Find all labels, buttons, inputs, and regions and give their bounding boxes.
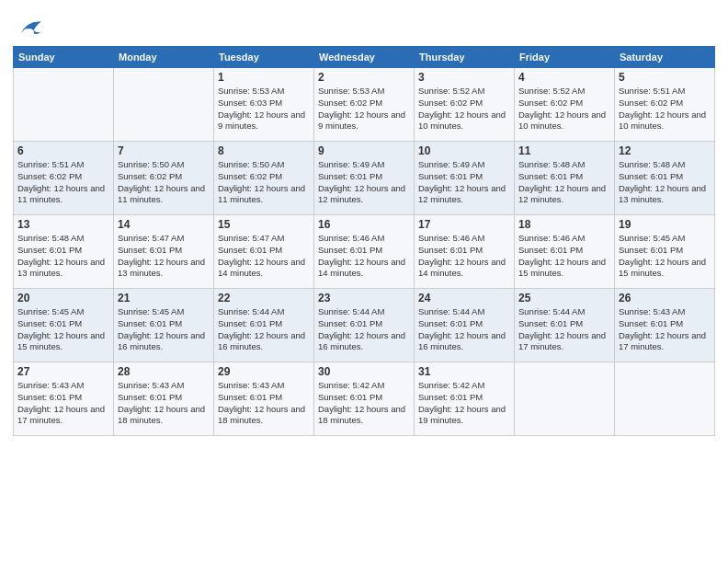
day-number: 18 <box>518 218 610 231</box>
day-number: 12 <box>619 144 711 157</box>
day-info: Sunrise: 5:53 AMSunset: 6:02 PMDaylight:… <box>318 86 410 132</box>
logo <box>13 13 44 42</box>
day-number: 24 <box>418 292 510 304</box>
day-number: 26 <box>619 292 711 304</box>
calendar-cell <box>114 68 214 142</box>
day-info: Sunrise: 5:46 AMSunset: 6:01 PMDaylight:… <box>318 233 410 280</box>
calendar-cell: 19Sunrise: 5:45 AMSunset: 6:01 PMDayligh… <box>615 215 715 289</box>
day-number: 28 <box>118 365 210 378</box>
day-number: 1 <box>218 71 310 84</box>
calendar-cell: 1Sunrise: 5:53 AMSunset: 6:03 PMDaylight… <box>214 68 314 142</box>
day-info: Sunrise: 5:47 AMSunset: 6:01 PMDaylight:… <box>218 233 310 280</box>
calendar-cell: 13Sunrise: 5:48 AMSunset: 6:01 PMDayligh… <box>14 215 114 289</box>
calendar-week-4: 20Sunrise: 5:45 AMSunset: 6:01 PMDayligh… <box>14 289 715 362</box>
weekday-header-tuesday: Tuesday <box>214 47 314 68</box>
calendar-cell: 12Sunrise: 5:48 AMSunset: 6:01 PMDayligh… <box>615 142 715 215</box>
calendar-cell: 22Sunrise: 5:44 AMSunset: 6:01 PMDayligh… <box>214 289 314 362</box>
day-info: Sunrise: 5:46 AMSunset: 6:01 PMDaylight:… <box>418 233 510 280</box>
day-info: Sunrise: 5:47 AMSunset: 6:01 PMDaylight:… <box>118 233 210 280</box>
weekday-header-saturday: Saturday <box>615 47 715 68</box>
day-number: 10 <box>418 144 510 157</box>
day-info: Sunrise: 5:43 AMSunset: 6:01 PMDaylight:… <box>118 380 210 427</box>
calendar-week-3: 13Sunrise: 5:48 AMSunset: 6:01 PMDayligh… <box>14 215 715 289</box>
calendar-header-row: SundayMondayTuesdayWednesdayThursdayFrid… <box>14 47 715 68</box>
calendar-cell: 29Sunrise: 5:43 AMSunset: 6:01 PMDayligh… <box>214 362 314 436</box>
day-number: 6 <box>17 144 109 157</box>
day-info: Sunrise: 5:45 AMSunset: 6:01 PMDaylight:… <box>118 306 210 353</box>
day-number: 22 <box>218 292 310 304</box>
day-info: Sunrise: 5:53 AMSunset: 6:03 PMDaylight:… <box>218 86 310 132</box>
day-number: 29 <box>218 365 310 378</box>
day-number: 21 <box>118 292 210 304</box>
day-info: Sunrise: 5:44 AMSunset: 6:01 PMDaylight:… <box>518 306 610 353</box>
day-info: Sunrise: 5:49 AMSunset: 6:01 PMDaylight:… <box>418 159 510 206</box>
weekday-header-wednesday: Wednesday <box>314 47 415 68</box>
calendar-cell: 10Sunrise: 5:49 AMSunset: 6:01 PMDayligh… <box>415 142 515 215</box>
day-number: 5 <box>619 71 711 84</box>
day-number: 31 <box>418 365 510 378</box>
page-container: SundayMondayTuesdayWednesdayThursdayFrid… <box>0 0 728 449</box>
calendar-cell: 20Sunrise: 5:45 AMSunset: 6:01 PMDayligh… <box>14 289 114 362</box>
calendar-cell: 23Sunrise: 5:44 AMSunset: 6:01 PMDayligh… <box>314 289 415 362</box>
day-number: 13 <box>17 218 109 231</box>
calendar-cell: 21Sunrise: 5:45 AMSunset: 6:01 PMDayligh… <box>114 289 214 362</box>
weekday-header-friday: Friday <box>515 47 615 68</box>
day-number: 9 <box>318 144 410 157</box>
day-info: Sunrise: 5:50 AMSunset: 6:02 PMDaylight:… <box>218 159 310 206</box>
calendar-table: SundayMondayTuesdayWednesdayThursdayFrid… <box>13 46 715 436</box>
calendar-cell: 17Sunrise: 5:46 AMSunset: 6:01 PMDayligh… <box>415 215 515 289</box>
day-number: 25 <box>518 292 610 304</box>
day-info: Sunrise: 5:52 AMSunset: 6:02 PMDaylight:… <box>518 86 610 132</box>
day-number: 15 <box>218 218 310 231</box>
calendar-cell: 4Sunrise: 5:52 AMSunset: 6:02 PMDaylight… <box>515 68 615 142</box>
calendar-cell: 30Sunrise: 5:42 AMSunset: 6:01 PMDayligh… <box>314 362 415 436</box>
day-number: 14 <box>118 218 210 231</box>
day-number: 2 <box>318 71 410 84</box>
day-info: Sunrise: 5:51 AMSunset: 6:02 PMDaylight:… <box>619 86 711 132</box>
day-number: 17 <box>418 218 510 231</box>
logo-bird-icon <box>15 13 44 42</box>
calendar-cell: 5Sunrise: 5:51 AMSunset: 6:02 PMDaylight… <box>615 68 715 142</box>
day-number: 27 <box>17 365 109 378</box>
day-info: Sunrise: 5:44 AMSunset: 6:01 PMDaylight:… <box>218 306 310 353</box>
calendar-week-1: 1Sunrise: 5:53 AMSunset: 6:03 PMDaylight… <box>14 68 715 142</box>
calendar-cell: 7Sunrise: 5:50 AMSunset: 6:02 PMDaylight… <box>114 142 214 215</box>
calendar-cell: 3Sunrise: 5:52 AMSunset: 6:02 PMDaylight… <box>415 68 515 142</box>
calendar-cell: 11Sunrise: 5:48 AMSunset: 6:01 PMDayligh… <box>515 142 615 215</box>
day-info: Sunrise: 5:43 AMSunset: 6:01 PMDaylight:… <box>17 380 109 427</box>
day-info: Sunrise: 5:44 AMSunset: 6:01 PMDaylight:… <box>318 306 410 353</box>
day-info: Sunrise: 5:51 AMSunset: 6:02 PMDaylight:… <box>17 159 109 206</box>
calendar-cell <box>515 362 615 436</box>
day-info: Sunrise: 5:48 AMSunset: 6:01 PMDaylight:… <box>518 159 610 206</box>
calendar-cell: 15Sunrise: 5:47 AMSunset: 6:01 PMDayligh… <box>214 215 314 289</box>
day-number: 8 <box>218 144 310 157</box>
day-info: Sunrise: 5:45 AMSunset: 6:01 PMDaylight:… <box>17 306 109 353</box>
calendar-cell <box>615 362 715 436</box>
day-info: Sunrise: 5:52 AMSunset: 6:02 PMDaylight:… <box>418 86 510 132</box>
calendar-cell: 18Sunrise: 5:46 AMSunset: 6:01 PMDayligh… <box>515 215 615 289</box>
calendar-week-2: 6Sunrise: 5:51 AMSunset: 6:02 PMDaylight… <box>14 142 715 215</box>
day-info: Sunrise: 5:48 AMSunset: 6:01 PMDaylight:… <box>619 159 711 206</box>
day-info: Sunrise: 5:43 AMSunset: 6:01 PMDaylight:… <box>619 306 711 353</box>
weekday-header-sunday: Sunday <box>14 47 114 68</box>
day-number: 7 <box>118 144 210 157</box>
calendar-cell: 2Sunrise: 5:53 AMSunset: 6:02 PMDaylight… <box>314 68 415 142</box>
header <box>13 9 715 42</box>
day-info: Sunrise: 5:45 AMSunset: 6:01 PMDaylight:… <box>619 233 711 280</box>
day-info: Sunrise: 5:48 AMSunset: 6:01 PMDaylight:… <box>17 233 109 280</box>
day-info: Sunrise: 5:43 AMSunset: 6:01 PMDaylight:… <box>218 380 310 427</box>
day-number: 4 <box>518 71 610 84</box>
calendar-cell: 16Sunrise: 5:46 AMSunset: 6:01 PMDayligh… <box>314 215 415 289</box>
day-number: 20 <box>17 292 109 304</box>
calendar-cell: 26Sunrise: 5:43 AMSunset: 6:01 PMDayligh… <box>615 289 715 362</box>
day-info: Sunrise: 5:44 AMSunset: 6:01 PMDaylight:… <box>418 306 510 353</box>
day-number: 23 <box>318 292 410 304</box>
weekday-header-monday: Monday <box>114 47 214 68</box>
day-info: Sunrise: 5:42 AMSunset: 6:01 PMDaylight:… <box>418 380 510 427</box>
day-number: 30 <box>318 365 410 378</box>
day-number: 3 <box>418 71 510 84</box>
calendar-cell: 8Sunrise: 5:50 AMSunset: 6:02 PMDaylight… <box>214 142 314 215</box>
calendar-cell: 6Sunrise: 5:51 AMSunset: 6:02 PMDaylight… <box>14 142 114 215</box>
calendar-cell: 14Sunrise: 5:47 AMSunset: 6:01 PMDayligh… <box>114 215 214 289</box>
weekday-header-thursday: Thursday <box>415 47 515 68</box>
